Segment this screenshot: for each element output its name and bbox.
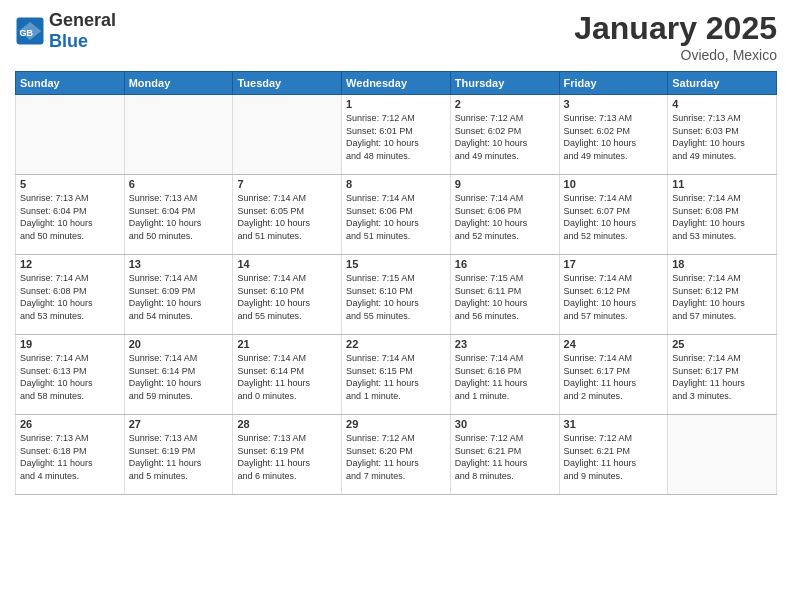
day-cell: 31Sunrise: 7:12 AM Sunset: 6:21 PM Dayli… bbox=[559, 415, 668, 495]
week-row-2: 5Sunrise: 7:13 AM Sunset: 6:04 PM Daylig… bbox=[16, 175, 777, 255]
day-number: 6 bbox=[129, 178, 229, 190]
day-info: Sunrise: 7:14 AM Sunset: 6:14 PM Dayligh… bbox=[237, 352, 337, 402]
day-number: 21 bbox=[237, 338, 337, 350]
day-number: 24 bbox=[564, 338, 664, 350]
day-cell: 17Sunrise: 7:14 AM Sunset: 6:12 PM Dayli… bbox=[559, 255, 668, 335]
day-cell: 27Sunrise: 7:13 AM Sunset: 6:19 PM Dayli… bbox=[124, 415, 233, 495]
day-cell: 30Sunrise: 7:12 AM Sunset: 6:21 PM Dayli… bbox=[450, 415, 559, 495]
day-number: 11 bbox=[672, 178, 772, 190]
day-info: Sunrise: 7:13 AM Sunset: 6:03 PM Dayligh… bbox=[672, 112, 772, 162]
day-cell: 7Sunrise: 7:14 AM Sunset: 6:05 PM Daylig… bbox=[233, 175, 342, 255]
day-number: 30 bbox=[455, 418, 555, 430]
day-number: 5 bbox=[20, 178, 120, 190]
day-number: 4 bbox=[672, 98, 772, 110]
day-info: Sunrise: 7:12 AM Sunset: 6:21 PM Dayligh… bbox=[455, 432, 555, 482]
day-cell: 9Sunrise: 7:14 AM Sunset: 6:06 PM Daylig… bbox=[450, 175, 559, 255]
day-cell: 20Sunrise: 7:14 AM Sunset: 6:14 PM Dayli… bbox=[124, 335, 233, 415]
day-number: 7 bbox=[237, 178, 337, 190]
day-info: Sunrise: 7:14 AM Sunset: 6:06 PM Dayligh… bbox=[346, 192, 446, 242]
day-cell: 2Sunrise: 7:12 AM Sunset: 6:02 PM Daylig… bbox=[450, 95, 559, 175]
logo-blue-text: Blue bbox=[49, 31, 88, 51]
day-info: Sunrise: 7:14 AM Sunset: 6:08 PM Dayligh… bbox=[672, 192, 772, 242]
day-info: Sunrise: 7:15 AM Sunset: 6:11 PM Dayligh… bbox=[455, 272, 555, 322]
header-saturday: Saturday bbox=[668, 72, 777, 95]
day-cell: 12Sunrise: 7:14 AM Sunset: 6:08 PM Dayli… bbox=[16, 255, 125, 335]
week-row-1: 1Sunrise: 7:12 AM Sunset: 6:01 PM Daylig… bbox=[16, 95, 777, 175]
day-cell: 15Sunrise: 7:15 AM Sunset: 6:10 PM Dayli… bbox=[342, 255, 451, 335]
day-info: Sunrise: 7:14 AM Sunset: 6:17 PM Dayligh… bbox=[672, 352, 772, 402]
day-info: Sunrise: 7:14 AM Sunset: 6:17 PM Dayligh… bbox=[564, 352, 664, 402]
day-number: 10 bbox=[564, 178, 664, 190]
day-info: Sunrise: 7:14 AM Sunset: 6:12 PM Dayligh… bbox=[564, 272, 664, 322]
day-cell: 6Sunrise: 7:13 AM Sunset: 6:04 PM Daylig… bbox=[124, 175, 233, 255]
page: GB General Blue January 2025 Oviedo, Mex… bbox=[0, 0, 792, 612]
day-info: Sunrise: 7:13 AM Sunset: 6:04 PM Dayligh… bbox=[20, 192, 120, 242]
day-cell: 25Sunrise: 7:14 AM Sunset: 6:17 PM Dayli… bbox=[668, 335, 777, 415]
day-cell: 3Sunrise: 7:13 AM Sunset: 6:02 PM Daylig… bbox=[559, 95, 668, 175]
day-cell: 5Sunrise: 7:13 AM Sunset: 6:04 PM Daylig… bbox=[16, 175, 125, 255]
day-number: 3 bbox=[564, 98, 664, 110]
day-info: Sunrise: 7:14 AM Sunset: 6:16 PM Dayligh… bbox=[455, 352, 555, 402]
day-cell: 23Sunrise: 7:14 AM Sunset: 6:16 PM Dayli… bbox=[450, 335, 559, 415]
day-number: 31 bbox=[564, 418, 664, 430]
day-cell: 13Sunrise: 7:14 AM Sunset: 6:09 PM Dayli… bbox=[124, 255, 233, 335]
title-block: January 2025 Oviedo, Mexico bbox=[574, 10, 777, 63]
day-cell: 22Sunrise: 7:14 AM Sunset: 6:15 PM Dayli… bbox=[342, 335, 451, 415]
day-cell: 8Sunrise: 7:14 AM Sunset: 6:06 PM Daylig… bbox=[342, 175, 451, 255]
logo-general-text: General bbox=[49, 10, 116, 30]
day-info: Sunrise: 7:12 AM Sunset: 6:01 PM Dayligh… bbox=[346, 112, 446, 162]
day-cell: 11Sunrise: 7:14 AM Sunset: 6:08 PM Dayli… bbox=[668, 175, 777, 255]
header-monday: Monday bbox=[124, 72, 233, 95]
day-cell: 29Sunrise: 7:12 AM Sunset: 6:20 PM Dayli… bbox=[342, 415, 451, 495]
day-info: Sunrise: 7:13 AM Sunset: 6:19 PM Dayligh… bbox=[237, 432, 337, 482]
week-row-3: 12Sunrise: 7:14 AM Sunset: 6:08 PM Dayli… bbox=[16, 255, 777, 335]
day-cell bbox=[668, 415, 777, 495]
day-number: 22 bbox=[346, 338, 446, 350]
day-cell bbox=[233, 95, 342, 175]
header-tuesday: Tuesday bbox=[233, 72, 342, 95]
day-info: Sunrise: 7:14 AM Sunset: 6:08 PM Dayligh… bbox=[20, 272, 120, 322]
day-number: 25 bbox=[672, 338, 772, 350]
day-info: Sunrise: 7:14 AM Sunset: 6:13 PM Dayligh… bbox=[20, 352, 120, 402]
month-title: January 2025 bbox=[574, 10, 777, 47]
day-number: 12 bbox=[20, 258, 120, 270]
day-cell: 28Sunrise: 7:13 AM Sunset: 6:19 PM Dayli… bbox=[233, 415, 342, 495]
header-wednesday: Wednesday bbox=[342, 72, 451, 95]
day-info: Sunrise: 7:12 AM Sunset: 6:20 PM Dayligh… bbox=[346, 432, 446, 482]
header-friday: Friday bbox=[559, 72, 668, 95]
day-info: Sunrise: 7:14 AM Sunset: 6:12 PM Dayligh… bbox=[672, 272, 772, 322]
day-number: 2 bbox=[455, 98, 555, 110]
logo: GB General Blue bbox=[15, 10, 116, 52]
day-number: 23 bbox=[455, 338, 555, 350]
day-number: 17 bbox=[564, 258, 664, 270]
day-info: Sunrise: 7:13 AM Sunset: 6:04 PM Dayligh… bbox=[129, 192, 229, 242]
week-row-4: 19Sunrise: 7:14 AM Sunset: 6:13 PM Dayli… bbox=[16, 335, 777, 415]
day-number: 28 bbox=[237, 418, 337, 430]
day-number: 15 bbox=[346, 258, 446, 270]
day-info: Sunrise: 7:13 AM Sunset: 6:19 PM Dayligh… bbox=[129, 432, 229, 482]
day-number: 9 bbox=[455, 178, 555, 190]
day-info: Sunrise: 7:14 AM Sunset: 6:09 PM Dayligh… bbox=[129, 272, 229, 322]
day-cell: 26Sunrise: 7:13 AM Sunset: 6:18 PM Dayli… bbox=[16, 415, 125, 495]
header-thursday: Thursday bbox=[450, 72, 559, 95]
day-cell: 4Sunrise: 7:13 AM Sunset: 6:03 PM Daylig… bbox=[668, 95, 777, 175]
day-number: 14 bbox=[237, 258, 337, 270]
day-cell: 16Sunrise: 7:15 AM Sunset: 6:11 PM Dayli… bbox=[450, 255, 559, 335]
day-info: Sunrise: 7:13 AM Sunset: 6:18 PM Dayligh… bbox=[20, 432, 120, 482]
day-info: Sunrise: 7:14 AM Sunset: 6:06 PM Dayligh… bbox=[455, 192, 555, 242]
day-number: 19 bbox=[20, 338, 120, 350]
day-info: Sunrise: 7:14 AM Sunset: 6:14 PM Dayligh… bbox=[129, 352, 229, 402]
logo-icon: GB bbox=[15, 16, 45, 46]
day-info: Sunrise: 7:14 AM Sunset: 6:07 PM Dayligh… bbox=[564, 192, 664, 242]
week-row-5: 26Sunrise: 7:13 AM Sunset: 6:18 PM Dayli… bbox=[16, 415, 777, 495]
day-cell: 19Sunrise: 7:14 AM Sunset: 6:13 PM Dayli… bbox=[16, 335, 125, 415]
day-info: Sunrise: 7:14 AM Sunset: 6:15 PM Dayligh… bbox=[346, 352, 446, 402]
day-info: Sunrise: 7:15 AM Sunset: 6:10 PM Dayligh… bbox=[346, 272, 446, 322]
day-number: 13 bbox=[129, 258, 229, 270]
day-cell: 14Sunrise: 7:14 AM Sunset: 6:10 PM Dayli… bbox=[233, 255, 342, 335]
day-cell: 21Sunrise: 7:14 AM Sunset: 6:14 PM Dayli… bbox=[233, 335, 342, 415]
day-info: Sunrise: 7:13 AM Sunset: 6:02 PM Dayligh… bbox=[564, 112, 664, 162]
location: Oviedo, Mexico bbox=[574, 47, 777, 63]
day-cell bbox=[124, 95, 233, 175]
day-number: 8 bbox=[346, 178, 446, 190]
